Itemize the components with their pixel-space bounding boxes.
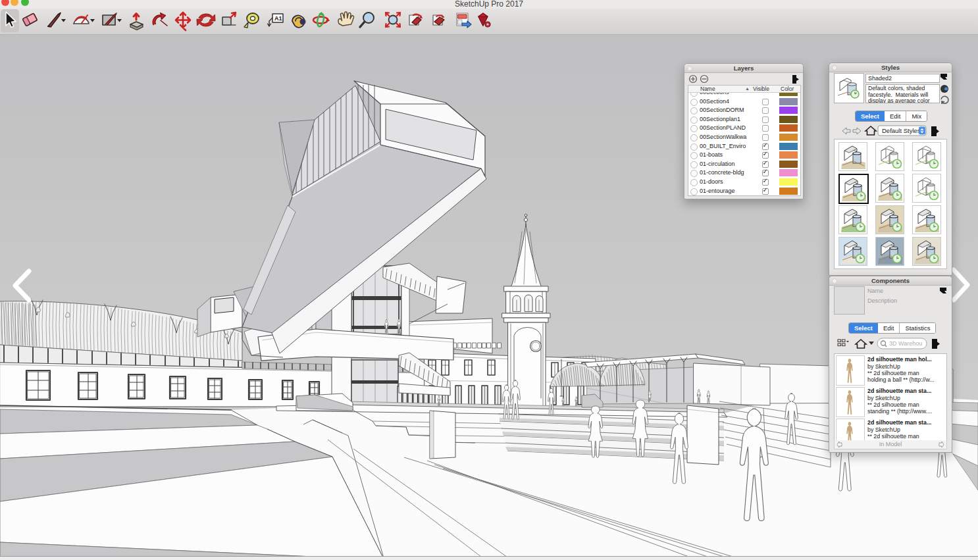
svg-text:3D Warehou: 3D Warehou [889,340,922,347]
svg-text:A1: A1 [274,15,282,22]
svg-text:Default Styles: Default Styles [882,127,921,134]
